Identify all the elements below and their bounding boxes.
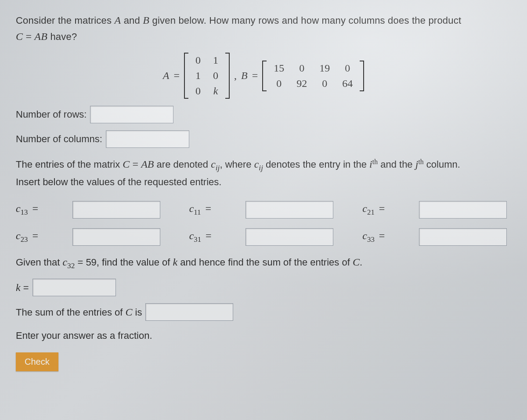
var-C: C <box>353 256 360 268</box>
matrix-cell: 92 <box>290 76 313 91</box>
sum-row: The sum of the entries of C is <box>16 303 511 321</box>
var-cij: cij <box>254 158 263 170</box>
entries-grid: c13 = c11 = c21 = c23 = c31 = c33 = <box>16 201 511 246</box>
matrix-cell: 0 <box>313 76 336 91</box>
matrix-cell: 64 <box>336 76 359 91</box>
question-part: given below. How many rows and how many … <box>149 15 461 26</box>
var-c32: c32 <box>62 256 75 268</box>
fraction-hint: Enter your answer as a fraction. <box>16 328 511 343</box>
input-c31[interactable] <box>245 228 333 246</box>
input-c23[interactable] <box>72 228 160 246</box>
matrix-cell: 1 <box>207 53 224 68</box>
label-c11: c11 = <box>189 203 242 217</box>
matrix-cell: 0 <box>189 83 207 99</box>
text: and the <box>378 159 415 170</box>
var-C: C <box>16 31 23 42</box>
var-i: i <box>369 158 372 170</box>
var-A: A <box>115 14 121 26</box>
input-c33[interactable] <box>419 228 507 246</box>
matrix-cell: 19 <box>313 61 336 76</box>
matrix-cell: 0 <box>267 76 290 91</box>
text: and hence find the sum of the entries of <box>177 257 353 268</box>
label-c13: c13 = <box>16 203 69 217</box>
th: th <box>418 158 423 165</box>
bracket-icon <box>262 61 267 91</box>
var-C: C <box>123 158 130 170</box>
label-c31: c31 = <box>189 230 242 244</box>
text: Insert below the values of the requested… <box>16 176 221 187</box>
cols-label: Number of columns: <box>16 133 102 145</box>
text: . <box>360 257 362 268</box>
var-AB: AB <box>141 158 154 170</box>
rows-row: Number of rows: <box>16 106 511 123</box>
input-c21[interactable] <box>419 201 507 219</box>
bracket-icon <box>224 53 230 99</box>
var-k: k <box>173 256 178 268</box>
question-part: have? <box>47 31 77 42</box>
matrix-cell: 0 <box>336 61 359 76</box>
k-label: k = <box>16 282 29 294</box>
text: column. <box>424 159 460 170</box>
label-c23: c23 = <box>16 230 69 244</box>
input-c13[interactable] <box>72 201 160 219</box>
matrix-cell: k <box>207 83 224 99</box>
var-cij: cij <box>211 158 220 170</box>
matrix-display: A = 01 10 0k , B = 15 0 19 0 <box>16 53 511 99</box>
input-k[interactable] <box>32 279 116 296</box>
comma: , <box>234 70 237 82</box>
eq: = <box>23 31 34 42</box>
matrix-B: 15 0 19 0 0 92 0 64 <box>262 61 364 91</box>
cols-input[interactable] <box>106 130 189 148</box>
matrix-cell: 0 <box>290 61 313 76</box>
matrix-cell: 15 <box>267 61 290 76</box>
entries-description: The entries of the matrix C = AB are den… <box>16 156 511 190</box>
text: denotes the entry in the <box>263 159 369 170</box>
text: Given that <box>16 257 62 268</box>
var-AB: AB <box>34 31 47 42</box>
question-text: Consider the matrices A and B given belo… <box>16 12 511 45</box>
text: are denoted <box>154 159 211 170</box>
label-c33: c33 = <box>362 230 415 244</box>
text: The entries of the matrix <box>16 159 123 170</box>
input-c11[interactable] <box>245 201 333 219</box>
input-sum[interactable] <box>145 303 233 321</box>
matrix-B-label: B <box>241 70 248 82</box>
rows-input[interactable] <box>90 106 173 123</box>
k-row: k = <box>16 279 511 296</box>
matrix-cell: 1 <box>189 68 207 83</box>
question-part: Consider the matrices <box>16 15 115 26</box>
matrix-cell: 0 <box>189 53 207 68</box>
text: = 59, find the value of <box>75 257 173 268</box>
given-text: Given that c32 = 59, find the value of k… <box>16 254 511 272</box>
eq: = <box>132 158 138 170</box>
bracket-icon <box>184 53 189 99</box>
cols-row: Number of columns: <box>16 130 511 148</box>
label-c21: c21 = <box>362 203 415 217</box>
matrix-cell: 0 <box>207 68 224 83</box>
question-part: and <box>121 15 143 26</box>
check-button[interactable]: Check <box>16 352 58 371</box>
bracket-icon <box>359 61 364 91</box>
sum-label: The sum of the entries of C is <box>16 306 142 318</box>
th: th <box>372 158 378 165</box>
var-B: B <box>143 14 149 26</box>
eq-sign: = <box>252 70 258 82</box>
rows-label: Number of rows: <box>16 109 87 120</box>
matrix-A-label: A <box>163 70 170 82</box>
eq-sign: = <box>173 70 180 82</box>
text: , where <box>220 159 254 170</box>
matrix-A: 01 10 0k <box>184 53 230 99</box>
